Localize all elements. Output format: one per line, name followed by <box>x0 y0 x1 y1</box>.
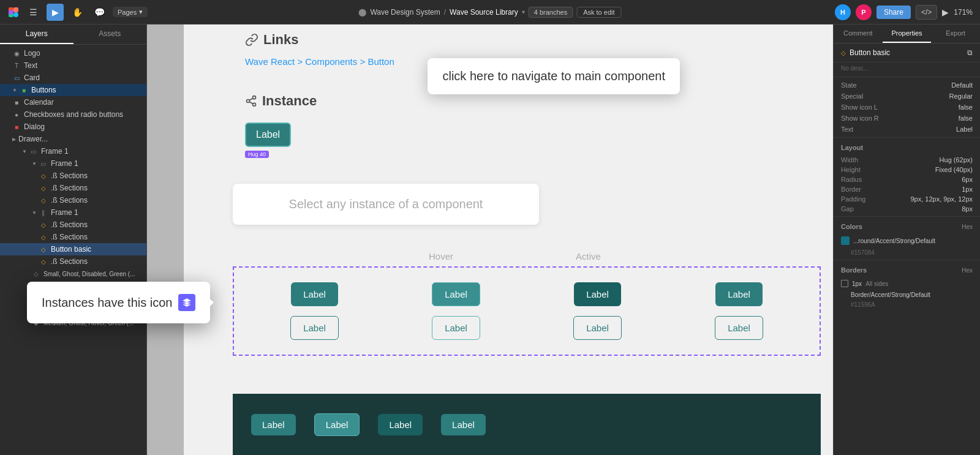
borders-hex-label: Hex <box>962 267 973 274</box>
dark-btn-3[interactable]: Label <box>378 414 423 435</box>
btn-label-4[interactable]: Label <box>715 282 763 306</box>
dark-btn-1[interactable]: Label <box>251 414 296 435</box>
layer-item-calendar[interactable]: ■ Calendar <box>0 96 146 108</box>
zoom-level: 171% <box>954 8 973 17</box>
links-header: Links <box>245 32 298 48</box>
select-tool[interactable]: ▶ <box>47 4 64 21</box>
btn-label-3[interactable]: Label <box>574 282 621 306</box>
layer-item-dialog[interactable]: ■ Dialog <box>0 121 146 133</box>
layer-item-button-basic[interactable]: ◇ Button basic <box>0 243 146 255</box>
tab-properties[interactable]: Properties <box>883 24 932 43</box>
layer-item-text[interactable]: T Text <box>0 59 146 72</box>
layer-name: .ß Sections <box>51 196 88 205</box>
color-row-1: ...round/Accent/Strong/Default <box>834 234 980 247</box>
layer-item-frame1-child[interactable]: ▼ ▭ Frame 1 <box>0 157 146 170</box>
border-label: Border <box>841 186 861 193</box>
nav-tooltip: click here to navigate to main component <box>428 58 680 94</box>
border-hex-row: #11596A <box>834 299 980 309</box>
layer-name: Dialog <box>24 122 45 131</box>
canvas-breadcrumb[interactable]: Wave React > Components > Button <box>245 56 394 67</box>
status-dot: ⬤ <box>358 8 366 17</box>
component-name-row: ◇ Button basic <box>841 48 890 57</box>
layer-item-frame1[interactable]: ▼ ▭ Frame 1 <box>0 145 146 157</box>
tab-layers[interactable]: Layers <box>0 24 74 44</box>
separator: / <box>444 8 446 17</box>
dark-btn-4[interactable]: Label <box>441 414 486 435</box>
menu-icon[interactable]: ☰ <box>24 4 42 21</box>
svg-rect-4 <box>9 10 13 15</box>
layer-name: .ß Sections <box>51 184 88 192</box>
share-button[interactable]: Share <box>876 6 911 19</box>
btn-label-7[interactable]: Label <box>573 316 622 340</box>
show-icon-r-value[interactable]: false <box>959 115 973 122</box>
branch-chevron: ▾ <box>522 9 525 15</box>
color-name-1: ...round/Accent/Strong/Default <box>853 238 973 244</box>
layer-item-checkboxes[interactable]: ● Checkboxes and radio buttons <box>0 108 146 121</box>
state-value[interactable]: Default <box>951 81 973 89</box>
component-name-text: Button basic <box>850 48 890 57</box>
instance-header: Instance <box>245 93 317 109</box>
instance-icon: ◇ <box>39 220 48 229</box>
layer-item-buttons[interactable]: ▼ ■ Buttons <box>0 84 146 96</box>
branches-badge[interactable]: 4 branches <box>529 7 573 18</box>
branches-text: 4 branches <box>534 9 567 16</box>
btn-label-2[interactable]: Label <box>432 282 480 306</box>
tab-export[interactable]: Export <box>931 24 980 43</box>
layer-item-sections-6[interactable]: ◇ .ß Sections <box>0 255 146 268</box>
svg-point-6 <box>247 100 250 103</box>
layer-item-sections-1[interactable]: ◇ .ß Sections <box>0 170 146 182</box>
topbar: ☰ ▶ ✋ 💬 Pages ▾ ⬤ Wave Design System / W… <box>0 0 980 24</box>
ask-edit-button[interactable]: Ask to edit <box>576 7 621 18</box>
layer-item-sections-4[interactable]: ◇ .ß Sections <box>0 219 146 231</box>
text-value[interactable]: Label <box>956 126 973 133</box>
layer-item-small-ghost-disabled[interactable]: ◇ Small, Ghost, Disabled, Green (... <box>0 268 146 280</box>
code-button[interactable]: </> <box>916 5 937 20</box>
dark-btn-2[interactable]: Label <box>314 413 360 436</box>
layer-item-sections-5[interactable]: ◇ .ß Sections <box>0 231 146 243</box>
frame-icon: ▭ <box>12 73 21 82</box>
layer-item-logo[interactable]: ◉ Logo <box>0 47 146 59</box>
comment-tool[interactable]: 💬 <box>91 4 108 21</box>
no-description: No desc... <box>834 62 980 74</box>
frame-icon: ▭ <box>29 147 38 156</box>
figma-logo[interactable] <box>7 6 20 18</box>
layer-item-drawer[interactable]: ▶ Drawer... <box>0 133 146 145</box>
svg-point-5 <box>253 96 256 99</box>
right-panel: Comment Properties Export ◇ Button basic… <box>833 24 980 455</box>
layer-item-sections-2[interactable]: ◇ .ß Sections <box>0 182 146 194</box>
chevron-icon: ▼ <box>32 210 37 216</box>
instance-icon: ◇ <box>39 171 48 180</box>
btn-label-8[interactable]: Label <box>715 316 763 340</box>
btn-label-1[interactable]: Label <box>291 282 338 306</box>
width-label: Width <box>841 156 858 164</box>
special-value[interactable]: Regular <box>949 92 973 100</box>
layer-item-card[interactable]: ▭ Card <box>0 72 146 84</box>
layer-item-sections-3[interactable]: ◇ .ß Sections <box>0 194 146 206</box>
goto-main-component-icon[interactable]: ⧉ <box>967 48 973 57</box>
chevron-icon: ▼ <box>32 161 37 167</box>
colors-header: Colors <box>841 223 862 230</box>
button-preview[interactable]: Label <box>245 122 291 147</box>
pages-label: Pages <box>118 9 137 16</box>
button-label: Label <box>256 129 280 140</box>
links-title: Links <box>263 32 298 48</box>
avatar-h[interactable]: H <box>835 4 851 20</box>
measurement-width: Hug 40 <box>245 151 269 158</box>
instance-icon: ◇ <box>39 184 48 192</box>
main-layout: Layers Assets ◉ Logo T Text ▭ Card ▼ ■ <box>0 24 980 455</box>
file-name: Wave Source Library <box>450 8 518 17</box>
tab-assets[interactable]: Assets <box>74 24 147 44</box>
pages-tab[interactable]: Pages ▾ <box>113 7 148 17</box>
divider-1 <box>834 77 980 77</box>
btn-label-5[interactable]: Label <box>290 316 339 340</box>
hand-tool[interactable]: ✋ <box>69 4 86 21</box>
layer-list: ◉ Logo T Text ▭ Card ▼ ■ Buttons ■ C <box>0 45 146 455</box>
play-button[interactable]: ▶ <box>942 7 949 17</box>
project-name: Wave Design System <box>370 8 440 17</box>
layer-item-frame1-auto[interactable]: ▼ ∥ Frame 1 <box>0 206 146 219</box>
show-icon-l-value[interactable]: false <box>959 103 973 111</box>
grid-cell-5: Label <box>244 311 385 345</box>
avatar-p[interactable]: P <box>856 4 872 20</box>
btn-label-6[interactable]: Label <box>432 316 480 340</box>
tab-comment[interactable]: Comment <box>834 24 883 43</box>
